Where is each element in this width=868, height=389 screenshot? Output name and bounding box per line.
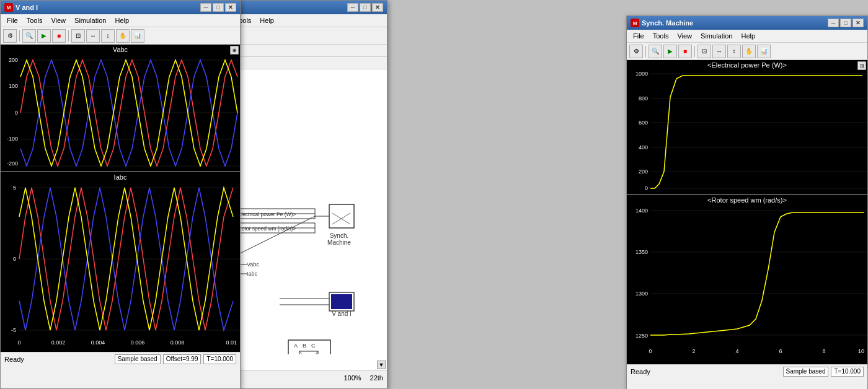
- svg-text:Iabc: Iabc: [247, 271, 258, 277]
- synch-autoscale[interactable]: ⊡: [698, 45, 711, 58]
- expand-button[interactable]: ▼: [377, 361, 386, 369]
- svg-text:0.006: 0.006: [131, 339, 145, 346]
- svg-text:Synch.: Synch.: [330, 232, 349, 239]
- scope-block: [329, 204, 354, 228]
- vandi-zoom-x[interactable]: ↔: [86, 29, 100, 43]
- synch-menu-tools[interactable]: Tools: [649, 31, 673, 41]
- synch-pan[interactable]: ✋: [742, 45, 756, 58]
- elec-power-plot: ⊞ <Electrical power Pe (W)> 1000 800 600…: [627, 60, 867, 195]
- rotor-speed-plot: <Rotor speed wm (rad/s)> 1400 1350 1300 …: [627, 195, 867, 364]
- vandi-legend[interactable]: 📊: [131, 29, 144, 43]
- vandi-time: T=10.000: [203, 354, 236, 364]
- iabc-plot: Iabc 5 0 -5 0 0.002 0.004 0.006 0.008 0.…: [1, 172, 240, 352]
- vandi-menu-view[interactable]: View: [47, 15, 69, 25]
- vandi-controls[interactable]: ─ □ ✕: [200, 3, 236, 12]
- svg-text:1300: 1300: [636, 291, 648, 297]
- vandi-settings[interactable]: ⚙: [3, 29, 17, 43]
- synch-toolbar: ⚙ 🔍 ▶ ■ ⊡ ↔ ↕ ✋ 📊: [627, 43, 867, 60]
- page-indicator: 22th: [370, 374, 383, 382]
- synch-run[interactable]: ▶: [663, 45, 677, 58]
- svg-text:200: 200: [639, 168, 648, 175]
- vandi-menu-help[interactable]: Help: [111, 15, 133, 25]
- svg-text:V and I: V and I: [332, 310, 352, 317]
- minimize-button[interactable]: ─: [347, 3, 358, 12]
- close-button[interactable]: ✕: [372, 3, 383, 12]
- svg-text:0.004: 0.004: [91, 339, 105, 346]
- vandi-autoscale[interactable]: ⊡: [71, 29, 85, 43]
- synch-sep1: [645, 46, 646, 57]
- synch-close[interactable]: ✕: [852, 19, 864, 27]
- synch-maximize[interactable]: □: [840, 19, 851, 27]
- synch-status-bar: Ready Sample based T=10.000: [627, 364, 867, 378]
- svg-text:-200: -200: [7, 160, 18, 167]
- synch-menu-view[interactable]: View: [673, 31, 696, 41]
- synch-zoom-x[interactable]: ↔: [712, 45, 726, 58]
- vandi-maximize[interactable]: □: [213, 3, 224, 12]
- svg-text:A: A: [294, 343, 298, 349]
- vandi-zoom[interactable]: 🔍: [22, 29, 36, 43]
- svg-text:C: C: [311, 343, 316, 349]
- svg-text:1350: 1350: [636, 249, 648, 255]
- maximize-button[interactable]: □: [360, 3, 371, 12]
- vandi-title: V and I: [16, 4, 38, 11]
- simulink-controls[interactable]: ─ □ ✕: [347, 3, 383, 12]
- svg-text:6: 6: [779, 348, 782, 354]
- synch-machine-window: M Synch. Machine ─ □ ✕ File Tools View S…: [626, 15, 868, 389]
- synch-time: T=10.000: [831, 367, 864, 377]
- vandi-menu-simulation[interactable]: Simulation: [71, 15, 110, 25]
- vabc-title: Vabc: [1, 46, 240, 53]
- synch-zoom[interactable]: 🔍: [649, 45, 662, 58]
- rotor-speed-title: <Rotor speed wm (rad/s)>: [627, 196, 867, 204]
- synch-menu-file[interactable]: File: [629, 31, 648, 41]
- vandi-screen: [331, 294, 352, 309]
- synch-legend[interactable]: 📊: [757, 45, 771, 58]
- synch-controls[interactable]: ─ □ ✕: [828, 19, 864, 27]
- svg-text:0: 0: [13, 256, 16, 262]
- synch-stop[interactable]: ■: [678, 45, 692, 58]
- svg-text:0.002: 0.002: [51, 339, 66, 346]
- vabc-svg: 200 100 0 -100 -200: [1, 45, 241, 172]
- vabc-plot: ⊞ Vabc 200 100 0 -100 -200: [1, 45, 240, 172]
- iabc-svg: 5 0 -5 0 0.002 0.004 0.006 0.008 0.01: [1, 172, 241, 352]
- synch-zoom-y[interactable]: ↕: [727, 45, 741, 58]
- vandi-minimize[interactable]: ─: [200, 3, 211, 12]
- vandi-close[interactable]: ✕: [225, 3, 236, 12]
- vandi-icon: M: [4, 3, 13, 12]
- svg-text:B: B: [303, 343, 306, 349]
- svg-text:100: 100: [9, 83, 18, 89]
- synch-settings[interactable]: ⚙: [629, 45, 643, 58]
- svg-text:1000: 1000: [636, 71, 648, 77]
- synch-sep2: [694, 46, 695, 57]
- synch-minimize[interactable]: ─: [828, 19, 839, 27]
- synch-title: Synch. Machine: [642, 19, 693, 27]
- vandi-run[interactable]: ▶: [37, 29, 51, 43]
- svg-text:0.008: 0.008: [170, 339, 185, 346]
- menu-help[interactable]: Help: [256, 15, 278, 25]
- synch-status: Ready: [631, 368, 650, 375]
- vandi-offset: Offset=9.99: [163, 354, 202, 364]
- synch-sample-based: Sample based: [783, 367, 829, 377]
- svg-text:2: 2: [692, 348, 695, 354]
- vandi-pan[interactable]: ✋: [116, 29, 130, 43]
- svg-text:5: 5: [13, 185, 16, 191]
- vandi-title-left: M V and I: [4, 3, 38, 12]
- elec-power-title: <Electrical power Pe (W)>: [627, 61, 867, 69]
- vandi-zoom-y[interactable]: ↕: [101, 29, 115, 43]
- svg-text:0: 0: [15, 110, 18, 116]
- vandi-sep2: [68, 30, 69, 42]
- synch-title-left: M Synch. Machine: [631, 19, 693, 27]
- synch-menu-simulation[interactable]: Simulation: [697, 31, 736, 41]
- vandi-sep1: [19, 30, 20, 42]
- rotor-speed-svg: 1400 1350 1300 1250 0 2 4 6 8 10: [627, 195, 868, 364]
- svg-text:Vabc: Vabc: [247, 261, 259, 268]
- vandi-menu-file[interactable]: File: [3, 15, 22, 25]
- svg-text:0: 0: [649, 348, 652, 354]
- synch-menu-help[interactable]: Help: [737, 31, 759, 41]
- vandi-menu-tools[interactable]: Tools: [23, 15, 46, 25]
- vandi-stop[interactable]: ■: [52, 29, 66, 43]
- svg-text:<Rotor speed wm (rad/s)>: <Rotor speed wm (rad/s)>: [235, 225, 296, 232]
- svg-text:400: 400: [639, 144, 648, 151]
- synch-icon: M: [631, 19, 639, 27]
- svg-text:1400: 1400: [636, 208, 648, 214]
- synch-menubar: File Tools View Simulation Help: [627, 30, 867, 43]
